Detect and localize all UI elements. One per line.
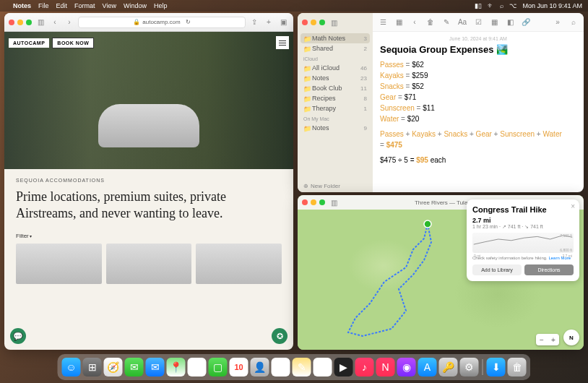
sidebar-item-shared[interactable]: 📁Shared2 bbox=[298, 43, 373, 53]
search-icon[interactable]: ⌕ bbox=[500, 2, 503, 9]
directions-button[interactable]: Directions bbox=[524, 264, 574, 275]
back-icon[interactable]: ‹ bbox=[409, 17, 420, 28]
format-icon[interactable]: Aa bbox=[457, 17, 468, 28]
dock-mail-icon[interactable]: ✉ bbox=[146, 358, 165, 376]
menubar-clock[interactable]: Mon Jun 10 9:41 AM bbox=[522, 2, 582, 9]
dock-facetime-icon[interactable]: ▢ bbox=[209, 358, 228, 376]
compass-icon[interactable]: N bbox=[563, 330, 579, 345]
menu-format[interactable]: Format bbox=[74, 2, 95, 9]
elevation-chart: 7,100 ft 6,800 ft 0 mi 2.7 mi bbox=[472, 233, 574, 253]
dock-contacts-icon[interactable]: 👤 bbox=[251, 358, 269, 376]
menu-help[interactable]: Help bbox=[154, 2, 168, 9]
reload-icon[interactable]: ↻ bbox=[186, 19, 191, 25]
traffic-light-minimize[interactable] bbox=[17, 20, 23, 25]
list-view-icon[interactable]: ☰ bbox=[377, 17, 389, 28]
media-icon[interactable]: ◧ bbox=[504, 17, 516, 28]
plus-icon: ⊕ bbox=[303, 183, 308, 189]
menu-edit[interactable]: Edit bbox=[56, 2, 68, 9]
traffic-light-close[interactable] bbox=[302, 20, 308, 25]
battery-icon[interactable]: ▮▯ bbox=[475, 2, 482, 9]
zoom-in-button[interactable]: + bbox=[548, 334, 559, 345]
dock-safari-icon[interactable]: 🧭 bbox=[104, 358, 123, 376]
dock-downloads-icon[interactable]: ⬇ bbox=[487, 358, 506, 376]
dock-photos-icon[interactable]: ✿ bbox=[188, 358, 207, 376]
control-center-icon[interactable]: ⌥ bbox=[509, 2, 516, 9]
table-icon[interactable]: ▦ bbox=[488, 17, 500, 28]
accommodation-thumb[interactable] bbox=[196, 244, 282, 284]
sidebar-item-count: 8 bbox=[364, 95, 367, 102]
dock-messages-icon[interactable]: ✉ bbox=[125, 358, 144, 376]
dock-reminders-icon[interactable]: ☑ bbox=[272, 358, 290, 376]
grid-view-icon[interactable]: ▦ bbox=[393, 17, 405, 28]
accommodation-thumb[interactable] bbox=[16, 244, 102, 284]
safety-text: Check safety information before hiking. … bbox=[472, 256, 574, 262]
dock-tv-icon[interactable]: ▶ bbox=[334, 358, 353, 376]
dock-appstore-icon[interactable]: A bbox=[418, 358, 437, 376]
traffic-light-close[interactable] bbox=[9, 20, 14, 25]
folder-icon: 📁 bbox=[303, 46, 309, 51]
sidebar-item-notes[interactable]: 📁Notes9 bbox=[298, 123, 373, 133]
dock-finder-icon[interactable]: ☺ bbox=[62, 358, 81, 376]
dock-freeform-icon[interactable]: ✦ bbox=[314, 358, 332, 376]
sidebar-item-all-icloud[interactable]: 📁All iCloud46 bbox=[298, 63, 373, 73]
sidebar-item-math-notes[interactable]: 📁Math Notes3 bbox=[301, 33, 370, 43]
sidebar-toggle-icon[interactable]: ▥ bbox=[328, 197, 340, 208]
dock-calendar-icon[interactable]: 10 bbox=[230, 358, 248, 376]
site-logo[interactable]: AUTOCAMP bbox=[9, 38, 49, 48]
sidebar-item-therapy[interactable]: 📁Therapy1 bbox=[298, 103, 373, 113]
zoom-out-button[interactable]: − bbox=[536, 334, 548, 345]
checklist-icon[interactable]: ☑ bbox=[472, 17, 484, 28]
sidebar-toggle-icon[interactable]: ▥ bbox=[35, 17, 46, 28]
trash-icon[interactable]: 🗑 bbox=[425, 17, 436, 28]
sidebar-item-notes[interactable]: 📁Notes23 bbox=[298, 73, 373, 83]
search-icon[interactable]: ⌕ bbox=[568, 17, 579, 28]
sidebar-toggle-icon[interactable]: ▥ bbox=[328, 17, 340, 28]
forward-button[interactable]: › bbox=[64, 17, 75, 28]
trail-card: × Congress Trail Hike 2.7 mi 1 hr 23 min… bbox=[467, 199, 579, 281]
traffic-light-minimize[interactable] bbox=[311, 20, 316, 25]
hamburger-menu-icon[interactable] bbox=[276, 36, 289, 49]
dock-maps-icon[interactable]: 📍 bbox=[167, 358, 186, 376]
traffic-light-close[interactable] bbox=[302, 199, 308, 205]
accommodation-thumb[interactable] bbox=[106, 244, 192, 284]
division-line: $475 ÷ 5 = $95 each bbox=[380, 155, 576, 165]
dock-trash-icon[interactable]: 🗑 bbox=[508, 358, 527, 376]
dock-launchpad-icon[interactable]: ⊞ bbox=[83, 358, 102, 376]
close-icon[interactable]: × bbox=[571, 202, 575, 210]
filter-link[interactable]: Filter ▾ bbox=[16, 233, 282, 239]
book-now-button[interactable]: BOOK NOW bbox=[52, 38, 94, 48]
desktop: ▥ ‹ › 🔒 autocamp.com ↻ ⇪ + ▣ AUTOCAMP BO… bbox=[0, 12, 588, 351]
menubar-app[interactable]: Notes bbox=[13, 2, 31, 9]
traffic-light-minimize[interactable] bbox=[311, 199, 316, 205]
dock-passwords-icon[interactable]: 🔑 bbox=[439, 358, 458, 376]
accessibility-fab[interactable]: ✪ bbox=[272, 328, 287, 344]
sidebar-item-book-club[interactable]: 📁Book Club11 bbox=[298, 83, 373, 93]
traffic-light-zoom[interactable] bbox=[319, 20, 325, 25]
menu-view[interactable]: View bbox=[103, 2, 116, 9]
note-editor[interactable]: June 10, 2024 at 9:41 AM Sequoia Group E… bbox=[373, 32, 584, 192]
wifi-icon[interactable]: ᯤ bbox=[488, 2, 494, 9]
dock-notes-icon[interactable]: ✎ bbox=[293, 358, 311, 376]
link-icon[interactable]: 🔗 bbox=[520, 17, 532, 28]
add-to-library-button[interactable]: Add to Library bbox=[472, 264, 522, 275]
dock-music-icon[interactable]: ♪ bbox=[355, 358, 374, 376]
new-note-icon[interactable]: ✎ bbox=[441, 17, 452, 28]
folder-icon: 📁 bbox=[303, 35, 309, 41]
tabs-icon[interactable]: ▣ bbox=[277, 17, 289, 28]
traffic-light-zoom[interactable] bbox=[26, 20, 32, 25]
menu-window[interactable]: Window bbox=[124, 2, 147, 9]
dock-podcasts-icon[interactable]: ◉ bbox=[397, 358, 416, 376]
dock-settings-icon[interactable]: ⚙ bbox=[460, 358, 479, 376]
new-folder-button[interactable]: ⊕New Folder bbox=[298, 180, 373, 192]
traffic-light-zoom[interactable] bbox=[319, 199, 325, 205]
more-icon[interactable]: » bbox=[552, 17, 563, 28]
menu-file[interactable]: File bbox=[38, 2, 49, 9]
dock-news-icon[interactable]: N bbox=[376, 358, 395, 376]
sidebar-item-count: 3 bbox=[364, 35, 367, 42]
new-tab-icon[interactable]: + bbox=[263, 17, 274, 28]
back-button[interactable]: ‹ bbox=[49, 17, 61, 28]
sidebar-item-recipes[interactable]: 📁Recipes8 bbox=[298, 93, 373, 103]
address-bar[interactable]: 🔒 autocamp.com ↻ bbox=[78, 17, 246, 28]
chat-fab[interactable]: 💬 bbox=[10, 328, 26, 344]
share-icon[interactable]: ⇪ bbox=[248, 17, 260, 28]
